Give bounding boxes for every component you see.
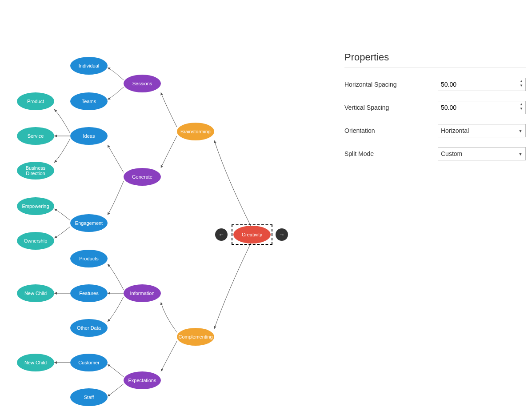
node-label: Staff: [84, 395, 94, 400]
node-customer[interactable]: Customer: [70, 354, 108, 371]
diagram-canvas[interactable]: Creativity ← → Brainstorming Complementi…: [0, 0, 338, 411]
node-label: Business Direction: [19, 165, 52, 176]
node-service[interactable]: Service: [17, 127, 54, 145]
node-ownership[interactable]: Ownership: [17, 232, 54, 250]
prop-vertical-spacing: Vertical Spacing ▲ ▼: [344, 101, 526, 114]
nav-prev-button[interactable]: ←: [215, 228, 228, 241]
node-label: Generate: [132, 174, 152, 180]
node-teams[interactable]: Teams: [70, 92, 108, 110]
node-label: Engagement: [75, 220, 103, 226]
prop-label: Orientation: [344, 127, 438, 134]
node-label: Sessions: [132, 81, 152, 86]
node-features[interactable]: Features: [70, 284, 108, 302]
spin-down-icon[interactable]: ▼: [518, 84, 525, 88]
node-other-data[interactable]: Other Data: [70, 319, 108, 337]
node-expectations[interactable]: Expectations: [124, 371, 161, 389]
chevron-down-icon: ▼: [518, 128, 523, 133]
node-label: Other Data: [77, 325, 101, 331]
node-ideas[interactable]: Ideas: [70, 127, 108, 145]
node-label: Features: [79, 291, 98, 296]
node-label: Products: [79, 256, 98, 261]
prop-label: Split Mode: [344, 150, 438, 157]
prop-split-mode: Split Mode Custom ▼: [344, 147, 526, 160]
node-engagement[interactable]: Engagement: [70, 214, 108, 232]
node-label: Product: [27, 99, 44, 104]
prop-label: Vertical Spacing: [344, 104, 438, 111]
node-product[interactable]: Product: [17, 92, 54, 110]
node-label: Expectations: [128, 378, 156, 383]
node-generate[interactable]: Generate: [124, 168, 161, 186]
node-label: Teams: [82, 99, 96, 104]
horizontal-spacing-input[interactable]: [438, 78, 526, 91]
node-new-child-1[interactable]: New Child: [17, 284, 54, 302]
node-label: Ownership: [24, 238, 48, 243]
node-products[interactable]: Products: [70, 250, 108, 267]
node-complementing[interactable]: Complementing: [177, 328, 214, 346]
prop-orientation: Orientation Horizontal ▼: [344, 124, 526, 137]
node-label: Creativity: [242, 232, 262, 237]
node-information[interactable]: Information: [124, 284, 161, 302]
vertical-spacing-input[interactable]: [438, 101, 526, 114]
node-label: Complementing: [178, 334, 212, 339]
node-new-child-2[interactable]: New Child: [17, 354, 54, 371]
node-sessions[interactable]: Sessions: [124, 75, 161, 92]
chevron-down-icon: ▼: [518, 152, 523, 156]
node-label: Individual: [79, 63, 99, 68]
node-label: Brainstorming: [180, 129, 211, 134]
arrow-left-icon: ←: [218, 231, 224, 238]
node-staff[interactable]: Staff: [70, 388, 108, 406]
node-label: New Child: [24, 360, 47, 365]
node-label: Information: [130, 291, 154, 296]
arrow-right-icon: →: [279, 231, 285, 238]
node-label: Empowering: [22, 204, 49, 209]
panel-title: Properties: [344, 47, 526, 68]
node-label: Service: [28, 133, 44, 139]
nav-next-button[interactable]: →: [276, 228, 288, 241]
node-business-direction[interactable]: Business Direction: [17, 162, 54, 180]
select-value: Custom: [441, 150, 462, 157]
split-mode-select[interactable]: Custom ▼: [438, 147, 526, 160]
spin-down-icon[interactable]: ▼: [518, 107, 525, 111]
node-individual[interactable]: Individual: [70, 57, 108, 75]
properties-panel: Properties Horizontal Spacing ▲ ▼ Vertic…: [338, 47, 532, 411]
select-value: Horizontal: [441, 127, 469, 134]
node-brainstorming[interactable]: Brainstorming: [177, 123, 214, 140]
node-label: Ideas: [83, 133, 95, 139]
prop-label: Horizontal Spacing: [344, 81, 438, 88]
node-label: Customer: [78, 360, 100, 365]
node-label: New Child: [24, 291, 47, 296]
prop-horizontal-spacing: Horizontal Spacing ▲ ▼: [344, 78, 526, 91]
node-creativity[interactable]: Creativity: [233, 226, 271, 243]
orientation-select[interactable]: Horizontal ▼: [438, 124, 526, 137]
spin-up-icon[interactable]: ▲: [518, 80, 525, 83]
node-empowering[interactable]: Empowering: [17, 197, 54, 215]
spin-up-icon[interactable]: ▲: [518, 103, 525, 106]
